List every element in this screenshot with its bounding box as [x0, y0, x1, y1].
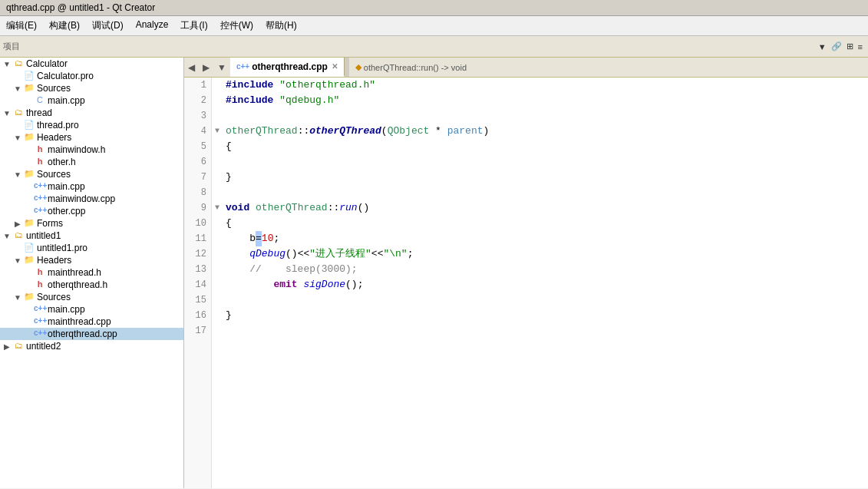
tab-menu-btn[interactable]: ▼ — [213, 58, 230, 77]
menu-tools[interactable]: 工具(I) — [174, 18, 213, 34]
icon-other-h: h — [34, 157, 46, 167]
line-num-4: ▲4 — [189, 124, 206, 139]
tab-label-otherqthread-cpp: otherqthread.cpp — [252, 61, 328, 72]
code-line-16: } — [215, 308, 865, 323]
arrow-untitled1: ▼ — [2, 232, 12, 240]
code-line-12: qDebug()<<"进入子线程"<<"\n"; — [215, 246, 865, 262]
toolbar-nav-btn[interactable]: ≡ — [856, 41, 865, 52]
icon-calculator-pro: 📄 — [23, 71, 35, 81]
code-line-8 — [215, 185, 865, 200]
tab-close-btn[interactable]: ✕ — [332, 62, 338, 71]
tree-item-calculator[interactable]: ▼ 🗂 Calculator — [0, 58, 183, 70]
label-mainwindow-cpp: mainwindow.cpp — [48, 193, 115, 204]
line-num-1: 1 — [189, 78, 206, 93]
icon-mainwindow-h: h — [34, 144, 46, 155]
line-num-12: 12 — [189, 246, 206, 262]
tree-item-calculator-main[interactable]: C main.cpp — [0, 94, 183, 107]
tree-item-untitled2[interactable]: ▶ 🗂 untitled2 — [0, 340, 183, 352]
tree-item-thread-main-cpp[interactable]: c++ main.cpp — [0, 180, 183, 193]
code-line-4: ▼ otherQThread::otherQThread(QObject * p… — [215, 124, 865, 139]
toolbar-link-btn[interactable]: 🔗 — [829, 41, 844, 52]
icon-thread-forms: 📁 — [23, 218, 35, 229]
icon-other-cpp: c++ — [34, 206, 46, 216]
tree-item-thread-forms[interactable]: ▶ 📁 Forms — [0, 217, 183, 230]
tree-item-calculator-sources[interactable]: ▼ 📁 Sources — [0, 82, 183, 94]
label-thread-sources: Sources — [37, 169, 71, 180]
toolbar-expand-btn[interactable]: ⊞ — [844, 41, 856, 52]
label-untitled1-main-cpp: main.cpp — [48, 304, 85, 315]
code-line-13: // sleep(3000); — [215, 262, 865, 277]
tree-item-untitled1-otherqthread-h[interactable]: h otherqthread.h — [0, 279, 183, 291]
line-num-13: 13 — [189, 262, 206, 277]
line-num-11: 11 — [189, 231, 206, 246]
tab-function-run: ◆ otherQThread::run() -> void — [349, 58, 473, 77]
tab-prev-btn[interactable]: ◀ — [184, 58, 199, 77]
icon-mainthread-cpp: c++ — [34, 316, 46, 327]
tree-item-untitled1-mainthread-cpp[interactable]: c++ mainthread.cpp — [0, 316, 183, 328]
tree-item-untitled1[interactable]: ▼ 🗂 untitled1 — [0, 230, 183, 242]
code-line-10: { — [215, 216, 865, 231]
label-other-cpp: other.cpp — [48, 206, 85, 216]
icon-calculator-sources: 📁 — [23, 83, 35, 94]
menu-build[interactable]: 构建(B) — [43, 18, 86, 34]
line-num-8: 8 — [189, 185, 206, 200]
label-thread-forms: Forms — [37, 218, 63, 229]
label-untitled1: untitled1 — [26, 230, 61, 241]
label-thread-headers: Headers — [37, 132, 71, 143]
tree-item-thread-sources[interactable]: ▼ 📁 Sources — [0, 168, 183, 180]
code-line-1: #include "otherqthread.h" — [215, 78, 865, 93]
icon-otherqthread-cpp: c++ — [34, 329, 46, 339]
tree-item-untitled1-pro[interactable]: 📄 untitled1.pro — [0, 242, 183, 254]
project-tree: ▼ 🗂 Calculator 📄 Calculator.pro ▼ 📁 Sour… — [0, 58, 184, 488]
title-text: qthread.cpp @ untitled1 - Qt Creator — [6, 2, 155, 13]
tree-item-calculator-pro[interactable]: 📄 Calculator.pro — [0, 70, 183, 82]
label-untitled1-pro: untitled1.pro — [37, 243, 87, 253]
icon-thread-main-cpp: c++ — [34, 181, 46, 192]
tree-item-thread-mainwindow-cpp[interactable]: c++ mainwindow.cpp — [0, 193, 183, 205]
tree-item-untitled1-mainthread-h[interactable]: h mainthread.h — [0, 266, 183, 279]
code-line-3 — [215, 108, 865, 124]
tree-item-untitled1-otherqthread-cpp[interactable]: c++ otherqthread.cpp — [0, 328, 183, 340]
code-line-17 — [215, 323, 865, 339]
code-editor[interactable]: #include "otherqthread.h" #include "qdeb… — [212, 78, 868, 488]
tree-item-thread-headers[interactable]: ▼ 📁 Headers — [0, 131, 183, 144]
tree-item-thread-mainwindow-h[interactable]: h mainwindow.h — [0, 144, 183, 156]
tab-bar: ◀ ▶ ▼ c++ otherqthread.cpp ✕ ◆ otherQThr… — [184, 58, 868, 78]
tree-item-thread-other-cpp[interactable]: c++ other.cpp — [0, 205, 183, 217]
toolbar-filter-btn[interactable]: ▼ — [816, 41, 829, 52]
icon-untitled1-pro: 📄 — [23, 243, 35, 253]
tab-next-btn[interactable]: ▶ — [199, 58, 213, 77]
function-icon: ◆ — [355, 62, 361, 72]
icon-calculator-project: 🗂 — [12, 58, 25, 69]
tab-otherqthread-cpp[interactable]: c++ otherqthread.cpp ✕ — [230, 58, 345, 77]
icon-calculator-main-cpp: C — [34, 95, 46, 106]
line-num-16: 16 — [189, 308, 206, 323]
tab-label-run-function: otherQThread::run() -> void — [364, 63, 467, 72]
arrow-thread: ▼ — [2, 109, 12, 117]
menu-help[interactable]: 帮助(H) — [259, 18, 303, 34]
tree-item-thread[interactable]: ▼ 🗂 thread — [0, 107, 183, 119]
line-num-17: 17 — [189, 323, 206, 339]
code-line-15 — [215, 292, 865, 308]
line-num-10: 10 — [189, 216, 206, 231]
tree-item-untitled1-headers[interactable]: ▼ 📁 Headers — [0, 254, 183, 266]
arrow-calculator: ▼ — [2, 60, 12, 68]
label-calculator-main: main.cpp — [48, 95, 85, 106]
tree-item-untitled1-main-cpp[interactable]: c++ main.cpp — [0, 303, 183, 316]
tree-item-thread-pro[interactable]: 📄 thread.pro — [0, 119, 183, 131]
icon-untitled1-main-cpp: c++ — [34, 304, 46, 315]
menu-analyze[interactable]: Analyze — [130, 18, 175, 34]
menu-debug[interactable]: 调试(D) — [86, 18, 130, 34]
tree-item-untitled1-sources[interactable]: ▼ 📁 Sources — [0, 291, 183, 303]
menu-edit[interactable]: 编辑(E) — [0, 18, 43, 34]
arrow-thread-forms: ▶ — [12, 220, 23, 228]
arrow-untitled1-headers: ▼ — [12, 256, 23, 265]
menu-controls[interactable]: 控件(W) — [214, 18, 259, 34]
label-thread-pro: thread.pro — [37, 120, 79, 131]
tree-item-thread-other-h[interactable]: h other.h — [0, 156, 183, 168]
label-otherqthread-cpp: otherqthread.cpp — [48, 329, 117, 339]
toolbar: 项目 ▼ 🔗 ⊞ ≡ — [0, 36, 868, 58]
icon-thread-project: 🗂 — [12, 107, 25, 118]
label-calculator-pro: Calculator.pro — [37, 71, 94, 81]
code-line-11: b=10; — [215, 231, 865, 246]
